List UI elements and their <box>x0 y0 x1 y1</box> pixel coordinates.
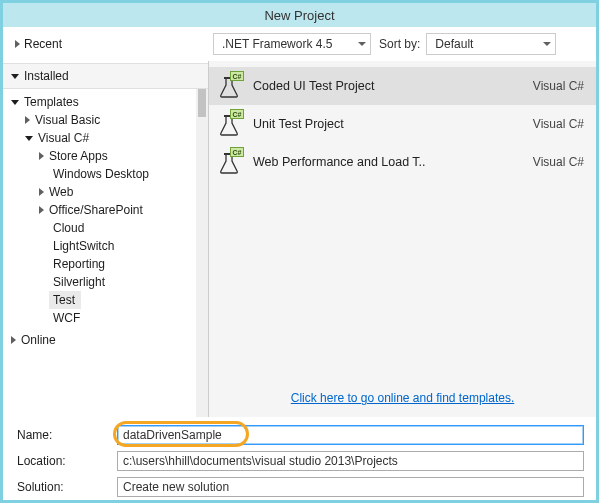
chevron-down-icon <box>358 42 366 46</box>
cloud-node[interactable]: Cloud <box>39 219 208 237</box>
chevron-right-icon <box>25 116 30 124</box>
template-language: Visual C# <box>533 117 584 131</box>
framework-value: .NET Framework 4.5 <box>222 37 332 51</box>
online-templates-link[interactable]: Click here to go online and find templat… <box>291 391 514 405</box>
window-title: New Project <box>264 8 334 23</box>
solution-label: Solution: <box>17 480 117 494</box>
template-web-performance[interactable]: C# Web Performance and Load T.. Visual C… <box>209 143 596 181</box>
silverlight-node[interactable]: Silverlight <box>39 273 208 291</box>
template-list: C# Coded UI Test Project Visual C# C# Un… <box>209 61 596 381</box>
template-list-panel: C# Coded UI Test Project Visual C# C# Un… <box>209 61 596 417</box>
office-sharepoint-node[interactable]: Office/SharePoint <box>39 201 208 219</box>
visual-basic-node[interactable]: Visual Basic <box>25 111 208 129</box>
templates-node[interactable]: Templates <box>11 93 208 111</box>
online-section[interactable]: Online <box>3 327 208 351</box>
sidebar: Installed Templates Visual Basic Visual … <box>3 61 209 417</box>
recent-section[interactable]: Recent <box>11 34 62 54</box>
installed-label: Installed <box>24 69 69 83</box>
location-label: Location: <box>17 454 117 468</box>
chevron-right-icon <box>39 188 44 196</box>
template-name: Coded UI Test Project <box>253 79 523 93</box>
sort-dropdown[interactable]: Default <box>426 33 556 55</box>
solution-input[interactable] <box>117 477 584 497</box>
vcsharp-label: Visual C# <box>38 131 89 145</box>
sortby-label: Sort by: <box>379 37 420 51</box>
name-label: Name: <box>17 428 117 442</box>
reporting-node[interactable]: Reporting <box>39 255 208 273</box>
visual-csharp-node[interactable]: Visual C# <box>25 129 208 147</box>
template-language: Visual C# <box>533 79 584 93</box>
template-name: Unit Test Project <box>253 117 523 131</box>
chevron-down-icon <box>25 136 33 141</box>
recent-label: Recent <box>24 37 62 51</box>
chevron-down-icon <box>11 100 19 105</box>
chevron-down-icon <box>543 42 551 46</box>
vb-label: Visual Basic <box>35 113 100 127</box>
template-coded-ui-test[interactable]: C# Coded UI Test Project Visual C# <box>209 67 596 105</box>
chevron-right-icon <box>39 152 44 160</box>
scrollbar-thumb[interactable] <box>198 89 206 117</box>
scrollbar-track[interactable] <box>196 89 208 417</box>
flask-icon: C# <box>215 148 243 176</box>
templates-label: Templates <box>24 95 79 109</box>
store-apps-node[interactable]: Store Apps <box>39 147 208 165</box>
template-unit-test[interactable]: C# Unit Test Project Visual C# <box>209 105 596 143</box>
online-templates-link-row: Click here to go online and find templat… <box>209 381 596 417</box>
template-name: Web Performance and Load T.. <box>253 155 523 169</box>
test-node[interactable]: Test <box>39 291 208 309</box>
sort-value: Default <box>435 37 473 51</box>
chevron-right-icon <box>39 206 44 214</box>
template-language: Visual C# <box>533 155 584 169</box>
flask-icon: C# <box>215 110 243 138</box>
main-area: Installed Templates Visual Basic Visual … <box>3 61 596 417</box>
windows-desktop-node[interactable]: Windows Desktop <box>39 165 208 183</box>
wcf-node[interactable]: WCF <box>39 309 208 327</box>
web-node[interactable]: Web <box>39 183 208 201</box>
chevron-down-icon <box>11 74 19 79</box>
location-input[interactable] <box>117 451 584 471</box>
chevron-right-icon <box>11 336 16 344</box>
toolbar: Recent .NET Framework 4.5 Sort by: Defau… <box>3 27 596 61</box>
installed-section[interactable]: Installed <box>3 63 208 89</box>
bottom-form: Name: Location: Solution: Solution name: <box>3 417 596 503</box>
flask-icon: C# <box>215 72 243 100</box>
name-input[interactable] <box>117 425 584 445</box>
lightswitch-node[interactable]: LightSwitch <box>39 237 208 255</box>
framework-dropdown[interactable]: .NET Framework 4.5 <box>213 33 371 55</box>
templates-tree: Templates Visual Basic Visual C# Store A… <box>3 93 208 327</box>
title-bar: New Project <box>3 3 596 27</box>
online-label: Online <box>21 333 56 347</box>
chevron-right-icon <box>15 40 20 48</box>
